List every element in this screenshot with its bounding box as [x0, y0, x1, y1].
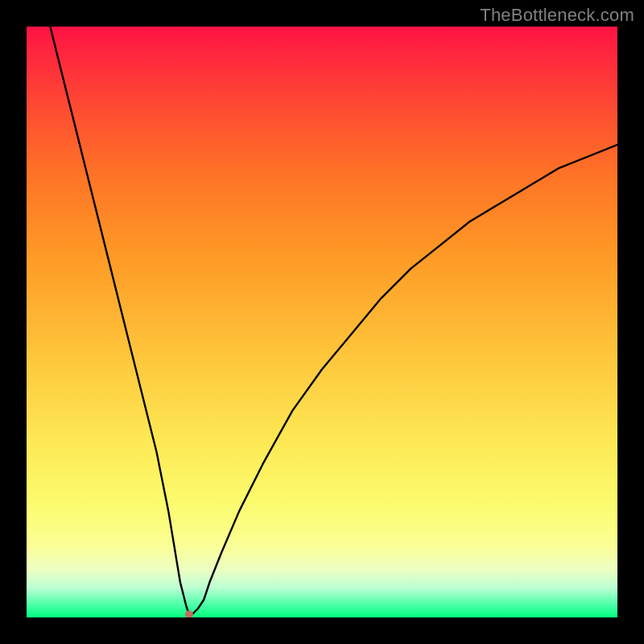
bottleneck-curve: [50, 27, 617, 614]
curve-svg: [27, 27, 617, 617]
chart-frame: TheBottleneck.com: [0, 0, 644, 644]
plot-area: [27, 27, 617, 617]
marker-dot: [185, 610, 193, 617]
watermark-text: TheBottleneck.com: [480, 5, 634, 26]
